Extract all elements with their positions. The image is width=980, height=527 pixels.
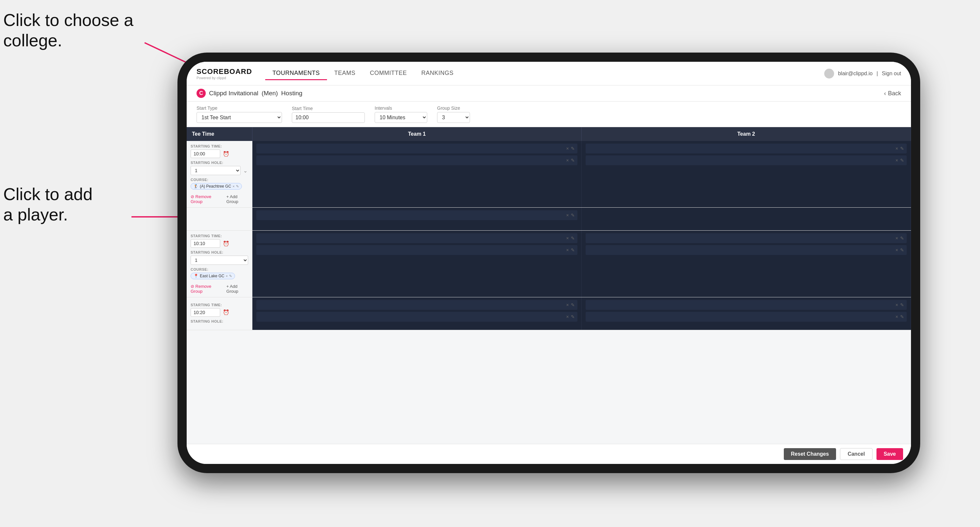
back-button[interactable]: ‹ Back	[884, 90, 901, 97]
course-row-1: 🏌 (A) Peachtree GC × ✎	[191, 183, 248, 190]
nav-teams[interactable]: TEAMS	[327, 67, 363, 80]
course-slot-x-1[interactable]: ×	[566, 213, 569, 218]
form-row: Start Type 1st Tee Start Start Time Inte…	[187, 102, 911, 127]
reset-button[interactable]: Reset Changes	[784, 448, 836, 460]
player-slot-6-1[interactable]: × ✎	[585, 300, 907, 310]
slot-edit-3-1[interactable]: ✎	[571, 236, 575, 241]
slot-edit-1-2[interactable]: ✎	[571, 158, 575, 163]
time-icon-1[interactable]: ⏰	[222, 150, 230, 158]
left-panel-group-2: STARTING TIME: ⏰ STARTING HOLE: 1	[187, 231, 252, 297]
intervals-select[interactable]: 10 Minutes	[375, 112, 427, 123]
player-slot-5-2[interactable]: × ✎	[256, 312, 578, 322]
player-slot-1-2[interactable]: × ✎	[256, 156, 578, 165]
player-slot-1-1[interactable]: × ✎	[256, 144, 578, 154]
slot-x-5-1[interactable]: ×	[566, 302, 569, 308]
starting-time-input-2[interactable]	[191, 239, 220, 248]
course-tag-icon-2: 📍	[194, 274, 199, 278]
time-icon-2[interactable]: ⏰	[222, 240, 230, 248]
slot-x-5-2[interactable]: ×	[566, 314, 569, 319]
player-slot-3-2[interactable]: × ✎	[256, 245, 578, 255]
hole-chevron-1: ⌄	[243, 167, 248, 175]
course-tag-1[interactable]: 🏌 (A) Peachtree GC × ✎	[191, 183, 242, 190]
player-slot-3-1[interactable]: × ✎	[256, 233, 578, 243]
slot-x-1-2[interactable]: ×	[566, 158, 569, 163]
starting-time-input-3[interactable]	[191, 308, 220, 317]
slot-edit-2-1[interactable]: ✎	[900, 146, 904, 151]
player-slot-2-2[interactable]: × ✎	[585, 156, 907, 165]
slot-x-2-2[interactable]: ×	[896, 158, 898, 163]
slot-edit-5-1[interactable]: ✎	[571, 302, 575, 308]
remove-group-1[interactable]: ⊘ Remove Group	[191, 194, 221, 204]
annotation-1-line2: college.	[3, 30, 134, 51]
starting-hole-label-3: STARTING HOLE:	[191, 319, 248, 323]
starting-time-input-1[interactable]	[191, 149, 220, 158]
player-slot-5-1[interactable]: × ✎	[256, 300, 578, 310]
slot-x-4-1[interactable]: ×	[896, 236, 898, 241]
slot-x-3-1[interactable]: ×	[566, 236, 569, 241]
add-group-2[interactable]: + Add Group	[226, 284, 248, 294]
nav-rankings[interactable]: RANKINGS	[414, 67, 461, 80]
slot-x-1-1[interactable]: ×	[566, 146, 569, 151]
starting-hole-label-2: STARTING HOLE:	[191, 250, 248, 254]
table-row: STARTING TIME: ⏰ STARTING HOLE: 1	[187, 141, 911, 208]
slot-x-6-2[interactable]: ×	[896, 314, 898, 319]
remove-group-2[interactable]: ⊘ Remove Group	[191, 284, 221, 294]
slot-x-3-2[interactable]: ×	[566, 248, 569, 252]
slot-x-4-2[interactable]: ×	[896, 248, 898, 252]
starting-hole-select-1[interactable]: 1	[191, 166, 240, 175]
start-type-label: Start Type	[197, 105, 282, 111]
starting-hole-select-2[interactable]: 1	[191, 256, 248, 265]
course-tag-remove-2[interactable]: ×	[226, 274, 228, 278]
tournament-name: Clippd Invitational	[209, 90, 258, 97]
save-button[interactable]: Save	[877, 448, 903, 460]
table-row-2: STARTING TIME: ⏰ STARTING HOLE: 1	[187, 231, 911, 297]
cancel-button[interactable]: Cancel	[840, 448, 872, 460]
course-tag-remove-1[interactable]: ×	[232, 184, 234, 188]
table-body: STARTING TIME: ⏰ STARTING HOLE: 1	[187, 141, 911, 444]
c-logo: C	[197, 89, 206, 98]
course-team1-cell-1: × ✎	[252, 208, 582, 230]
course-slot-edit-1[interactable]: ✎	[571, 213, 575, 218]
start-time-input[interactable]	[292, 113, 365, 123]
slot-edit-3-2[interactable]: ✎	[571, 248, 575, 252]
nav-committee[interactable]: COMMITTEE	[363, 67, 414, 80]
starting-hole-row-1: 1 ⌄	[191, 166, 248, 175]
slot-edit-2-2[interactable]: ✎	[900, 158, 904, 163]
player-slot-4-1[interactable]: × ✎	[585, 233, 907, 243]
add-group-1[interactable]: + Add Group	[226, 194, 248, 204]
slot-edit-1-1[interactable]: ✎	[571, 146, 575, 151]
course-team2-cell-1	[582, 208, 911, 230]
slot-edit-5-2[interactable]: ✎	[571, 314, 575, 319]
course-tag-edit-1[interactable]: ✎	[236, 184, 239, 189]
slot-edit-6-2[interactable]: ✎	[900, 314, 904, 319]
starting-time-row-3: ⏰	[191, 308, 248, 317]
th-team2: Team 2	[582, 127, 911, 141]
course-row-2: 📍 East Lake GC × ✎	[191, 273, 248, 279]
starting-time-row-2: ⏰	[191, 239, 248, 248]
slot-edit-6-1[interactable]: ✎	[900, 302, 904, 308]
starting-time-label-2: STARTING TIME:	[191, 234, 248, 238]
course-tag-2[interactable]: 📍 East Lake GC × ✎	[191, 273, 235, 279]
sign-out-link[interactable]: Sign out	[882, 71, 901, 76]
breadcrumb: C Clippd Invitational (Men) Hosting	[197, 89, 302, 98]
th-tee-time: Tee Time	[187, 127, 252, 141]
start-type-select[interactable]: 1st Tee Start	[197, 112, 282, 123]
time-icon-3[interactable]: ⏰	[222, 308, 230, 316]
slot-edit-4-2[interactable]: ✎	[900, 248, 904, 252]
slot-x-6-1[interactable]: ×	[896, 302, 898, 308]
player-slot-4-2[interactable]: × ✎	[585, 245, 907, 255]
group-size-select[interactable]: 3	[437, 112, 470, 123]
intervals-group: Intervals 10 Minutes	[375, 105, 427, 123]
slot-edit-4-1[interactable]: ✎	[900, 236, 904, 241]
player-slot-6-2[interactable]: × ✎	[585, 312, 907, 322]
course-row-group-1: × ✎	[187, 208, 911, 231]
course-slot-1[interactable]: × ✎	[256, 210, 578, 220]
table-header: Tee Time Team 1 Team 2	[187, 127, 911, 141]
slot-x-2-1[interactable]: ×	[896, 146, 898, 151]
avatar	[824, 69, 834, 79]
course-tag-edit-2[interactable]: ✎	[229, 274, 232, 278]
left-panel-group-3: STARTING TIME: ⏰ STARTING HOLE:	[187, 297, 252, 330]
player-slot-2-1[interactable]: × ✎	[585, 144, 907, 154]
left-panel-group-1: STARTING TIME: ⏰ STARTING HOLE: 1	[187, 141, 252, 207]
nav-tournaments[interactable]: TOURNAMENTS	[265, 67, 327, 80]
